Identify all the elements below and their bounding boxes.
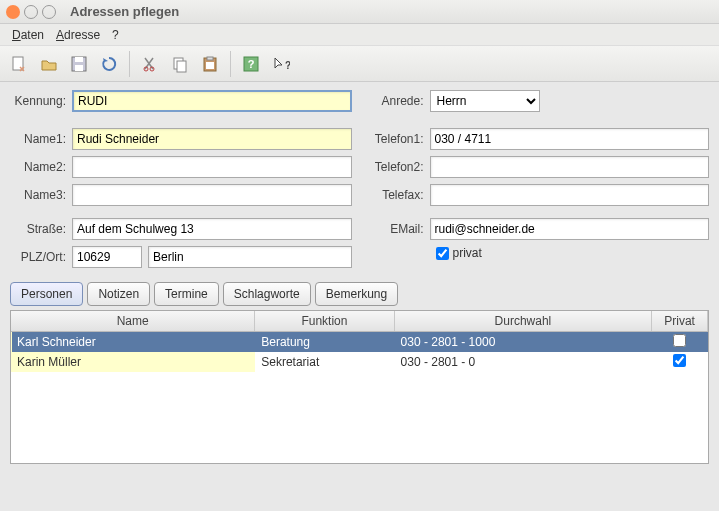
svg-text:?: ? [285, 60, 290, 71]
window-title: Adressen pflegen [70, 4, 179, 19]
separator [129, 51, 130, 77]
svg-rect-3 [75, 65, 83, 71]
form-area: Kennung: Name1: Name2: Name3: Straße: PL… [0, 82, 719, 278]
refresh-icon[interactable] [95, 50, 123, 78]
titlebar: Adressen pflegen [0, 0, 719, 24]
col-left: Kennung: Name1: Name2: Name3: Straße: PL… [10, 90, 352, 274]
separator [230, 51, 231, 77]
tab-schlagworte[interactable]: Schlagworte [223, 282, 311, 306]
cell-funktion: Sekretariat [255, 352, 394, 372]
tab-bemerkung[interactable]: Bemerkung [315, 282, 398, 306]
close-icon[interactable] [6, 5, 20, 19]
help-icon[interactable]: ? [237, 50, 265, 78]
name3-label: Name3: [10, 188, 72, 202]
persons-table: Name Funktion Durchwahl Privat Karl Schn… [10, 310, 709, 464]
svg-rect-10 [206, 62, 214, 69]
save-icon[interactable] [65, 50, 93, 78]
tab-termine[interactable]: Termine [154, 282, 219, 306]
telefax-input[interactable] [430, 184, 710, 206]
toolbar: ? ? [0, 46, 719, 82]
anrede-label: Anrede: [368, 94, 430, 108]
col-name[interactable]: Name [11, 311, 255, 332]
cell-funktion: Beratung [255, 332, 394, 353]
col-durchwahl[interactable]: Durchwahl [394, 311, 652, 332]
row-privat-checkbox[interactable] [673, 334, 686, 347]
cell-name: Karin Müller [11, 352, 255, 372]
telefon1-label: Telefon1: [368, 132, 430, 146]
new-icon[interactable] [5, 50, 33, 78]
ort-input[interactable] [148, 246, 352, 268]
whatsthis-icon[interactable]: ? [267, 50, 295, 78]
table-row[interactable]: Karl SchneiderBeratung030 - 2801 - 1000 [11, 332, 708, 353]
maximize-icon[interactable] [42, 5, 56, 19]
copy-icon[interactable] [166, 50, 194, 78]
svg-rect-2 [75, 57, 83, 62]
privat-checkbox[interactable] [436, 247, 449, 260]
plz-input[interactable] [72, 246, 142, 268]
menu-daten[interactable]: Daten [6, 26, 50, 44]
menu-adresse[interactable]: Adresse [50, 26, 106, 44]
col-right: Anrede:Herrn Telefon1: Telefon2: Telefax… [368, 90, 710, 274]
open-icon[interactable] [35, 50, 63, 78]
telefax-label: Telefax: [368, 188, 430, 202]
minimize-icon[interactable] [24, 5, 38, 19]
menubar: Daten Adresse ? [0, 24, 719, 46]
kennung-input[interactable] [72, 90, 352, 112]
name3-input[interactable] [72, 184, 352, 206]
privat-label: privat [453, 246, 482, 260]
cell-durchwahl: 030 - 2801 - 0 [394, 352, 652, 372]
svg-rect-7 [177, 61, 186, 72]
menu-help[interactable]: ? [106, 26, 125, 44]
kennung-label: Kennung: [10, 94, 72, 108]
email-input[interactable] [430, 218, 710, 240]
svg-text:?: ? [248, 58, 255, 70]
plzort-label: PLZ/Ort: [10, 250, 72, 264]
tab-notizen[interactable]: Notizen [87, 282, 150, 306]
paste-icon[interactable] [196, 50, 224, 78]
strasse-label: Straße: [10, 222, 72, 236]
table-row[interactable]: Karin MüllerSekretariat030 - 2801 - 0 [11, 352, 708, 372]
name1-input[interactable] [72, 128, 352, 150]
strasse-input[interactable] [72, 218, 352, 240]
telefon2-input[interactable] [430, 156, 710, 178]
name2-input[interactable] [72, 156, 352, 178]
anrede-select[interactable]: Herrn [430, 90, 540, 112]
telefon2-label: Telefon2: [368, 160, 430, 174]
cell-durchwahl: 030 - 2801 - 1000 [394, 332, 652, 353]
col-privat[interactable]: Privat [652, 311, 708, 332]
name2-label: Name2: [10, 160, 72, 174]
cut-icon[interactable] [136, 50, 164, 78]
tab-personen[interactable]: Personen [10, 282, 83, 306]
row-privat-checkbox[interactable] [673, 354, 686, 367]
cell-privat [652, 332, 708, 353]
svg-rect-9 [207, 57, 213, 60]
cell-privat [652, 352, 708, 372]
telefon1-input[interactable] [430, 128, 710, 150]
email-label: EMail: [368, 222, 430, 236]
cell-name: Karl Schneider [11, 332, 255, 353]
tabs: Personen Notizen Termine Schlagworte Bem… [0, 278, 719, 306]
col-funktion[interactable]: Funktion [255, 311, 394, 332]
name1-label: Name1: [10, 132, 72, 146]
